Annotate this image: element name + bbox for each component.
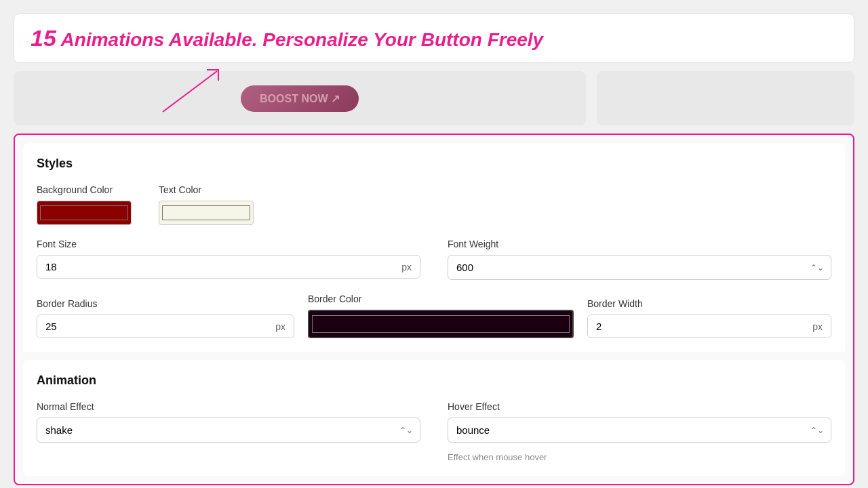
animation-title: Animation bbox=[37, 373, 831, 388]
boost-button[interactable]: BOOST NOW ↗ bbox=[241, 85, 359, 112]
bg-color-picker[interactable] bbox=[37, 201, 132, 225]
bg-color-group: Background Color bbox=[37, 184, 132, 225]
border-radius-label: Border Radius bbox=[37, 298, 294, 309]
border-width-input[interactable] bbox=[588, 315, 804, 338]
border-width-group: Border Width px bbox=[587, 298, 831, 338]
font-weight-select[interactable]: 100 200 300 400 500 600 700 800 900 bbox=[448, 256, 831, 279]
font-weight-label: Font Weight bbox=[448, 239, 831, 249]
font-weight-select-wrapper: 100 200 300 400 500 600 700 800 900 ⌃⌄ bbox=[448, 255, 831, 280]
normal-effect-group: Normal Effect none shake bounce pulse sp… bbox=[37, 401, 420, 462]
border-width-input-wrapper: px bbox=[587, 314, 831, 338]
border-row: Border Radius px Border Color Border Wid… bbox=[37, 293, 831, 338]
border-radius-input-wrapper: px bbox=[37, 314, 294, 338]
animation-row: Normal Effect none shake bounce pulse sp… bbox=[37, 401, 831, 462]
font-size-input-wrapper: px bbox=[37, 255, 420, 279]
text-color-group: Text Color bbox=[159, 184, 254, 225]
main-panel: Styles Background Color Text Color Font … bbox=[14, 134, 854, 485]
border-radius-unit: px bbox=[267, 316, 294, 338]
font-row: Font Size px Font Weight 100 200 300 400… bbox=[37, 239, 831, 280]
preview-left: BOOST NOW ↗ bbox=[14, 71, 586, 125]
banner-number: 15 bbox=[31, 25, 56, 51]
border-color-group: Border Color bbox=[308, 293, 574, 338]
font-size-group: Font Size px bbox=[37, 239, 420, 280]
preview-right bbox=[597, 71, 854, 125]
svg-line-0 bbox=[163, 71, 217, 112]
font-weight-group: Font Weight 100 200 300 400 500 600 700 … bbox=[448, 239, 831, 280]
top-banner: 15 Animations Available. Personalize You… bbox=[14, 14, 854, 63]
text-color-picker[interactable] bbox=[159, 201, 254, 225]
border-radius-group: Border Radius px bbox=[37, 298, 294, 338]
hover-effect-label: Hover Effect bbox=[448, 401, 831, 412]
styles-title: Styles bbox=[37, 157, 831, 171]
animation-section: Animation Normal Effect none shake bounc… bbox=[23, 360, 845, 476]
preview-section: BOOST NOW ↗ bbox=[14, 71, 854, 125]
bg-color-label: Background Color bbox=[37, 184, 132, 195]
banner-title: 15 Animations Available. Personalize You… bbox=[31, 25, 837, 52]
hover-effect-group: Hover Effect none shake bounce pulse spi… bbox=[448, 401, 831, 462]
hover-effect-select[interactable]: none shake bounce pulse spin flash swing… bbox=[448, 418, 831, 442]
styles-section: Styles Background Color Text Color Font … bbox=[23, 143, 845, 352]
border-color-label: Border Color bbox=[308, 293, 574, 304]
normal-effect-select-wrapper: none shake bounce pulse spin flash swing… bbox=[37, 418, 420, 443]
color-row: Background Color Text Color bbox=[37, 184, 831, 225]
text-color-label: Text Color bbox=[159, 184, 254, 195]
font-size-input[interactable] bbox=[37, 256, 393, 278]
normal-effect-select[interactable]: none shake bounce pulse spin flash swing… bbox=[37, 418, 420, 442]
border-color-picker[interactable] bbox=[308, 310, 574, 338]
border-width-unit: px bbox=[804, 316, 831, 338]
font-size-label: Font Size bbox=[37, 239, 420, 249]
arrow-indicator bbox=[156, 64, 237, 119]
normal-effect-label: Normal Effect bbox=[37, 401, 420, 412]
hover-effect-select-wrapper: none shake bounce pulse spin flash swing… bbox=[448, 418, 831, 443]
hover-hint: Effect when mouse hover bbox=[448, 452, 831, 462]
border-radius-input[interactable] bbox=[37, 315, 267, 338]
border-width-label: Border Width bbox=[587, 298, 831, 309]
font-size-unit: px bbox=[393, 256, 420, 278]
banner-text: Animations Available. Personalize Your B… bbox=[56, 29, 543, 50]
